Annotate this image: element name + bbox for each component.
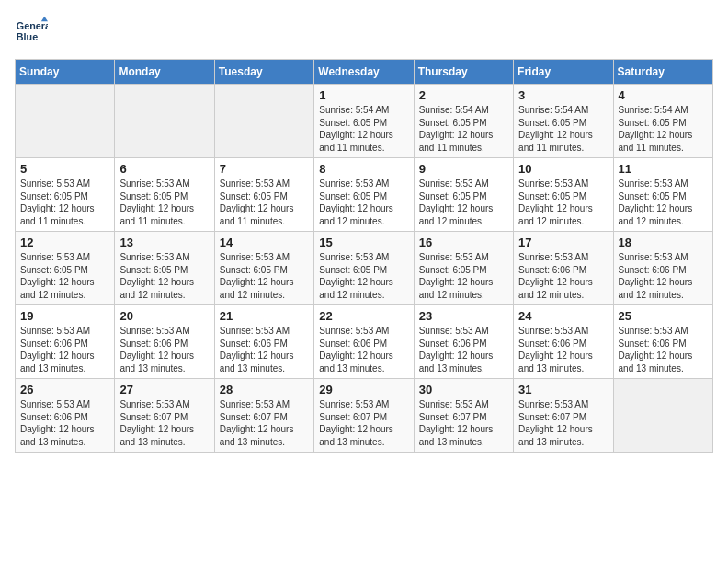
weekday-header: Friday [514, 60, 613, 85]
calendar-week-row: 1 Sunrise: 5:54 AMSunset: 6:05 PMDayligh… [16, 85, 713, 158]
logo-icon: General Blue [15, 15, 48, 48]
cell-info: Sunrise: 5:54 AMSunset: 6:05 PMDaylight:… [319, 105, 393, 153]
weekday-header: Tuesday [214, 60, 313, 85]
day-number: 2 [419, 88, 508, 102]
day-number: 4 [619, 88, 708, 102]
calendar-cell: 1 Sunrise: 5:54 AMSunset: 6:05 PMDayligh… [314, 85, 414, 158]
cell-info: Sunrise: 5:53 AMSunset: 6:06 PMDaylight:… [319, 326, 393, 373]
calendar-cell: 14 Sunrise: 5:53 AMSunset: 6:05 PMDaylig… [214, 232, 313, 305]
calendar-cell: 6 Sunrise: 5:53 AMSunset: 6:05 PMDayligh… [115, 158, 214, 232]
calendar-cell: 20 Sunrise: 5:53 AMSunset: 6:06 PMDaylig… [115, 305, 214, 379]
day-number: 29 [319, 383, 408, 396]
day-number: 11 [619, 162, 708, 176]
day-number: 17 [518, 236, 608, 249]
cell-info: Sunrise: 5:53 AMSunset: 6:05 PMDaylight:… [20, 252, 95, 300]
calendar-cell: 10 Sunrise: 5:53 AMSunset: 6:05 PMDaylig… [514, 158, 613, 232]
cell-info: Sunrise: 5:54 AMSunset: 6:05 PMDaylight:… [518, 105, 593, 153]
calendar-cell [214, 85, 313, 158]
day-number: 16 [419, 236, 508, 249]
calendar-cell: 18 Sunrise: 5:53 AMSunset: 6:06 PMDaylig… [613, 232, 712, 305]
day-number: 15 [319, 236, 408, 249]
day-number: 8 [319, 162, 408, 176]
logo: General Blue [15, 15, 53, 48]
day-number: 1 [319, 88, 408, 102]
calendar-cell: 12 Sunrise: 5:53 AMSunset: 6:05 PMDaylig… [16, 232, 115, 305]
day-number: 22 [319, 309, 408, 323]
calendar-cell: 15 Sunrise: 5:53 AMSunset: 6:05 PMDaylig… [314, 232, 414, 305]
calendar-week-row: 12 Sunrise: 5:53 AMSunset: 6:05 PMDaylig… [16, 232, 713, 305]
day-number: 13 [119, 236, 209, 249]
day-number: 19 [20, 309, 109, 323]
cell-info: Sunrise: 5:53 AMSunset: 6:05 PMDaylight:… [619, 178, 693, 226]
calendar-cell: 19 Sunrise: 5:53 AMSunset: 6:06 PMDaylig… [16, 305, 115, 379]
day-number: 25 [619, 309, 708, 323]
calendar-cell: 2 Sunrise: 5:54 AMSunset: 6:05 PMDayligh… [414, 85, 513, 158]
cell-info: Sunrise: 5:53 AMSunset: 6:05 PMDaylight:… [220, 252, 294, 300]
calendar-cell: 31 Sunrise: 5:53 AMSunset: 6:07 PMDaylig… [514, 379, 613, 453]
day-number: 30 [419, 383, 508, 396]
weekday-header: Monday [115, 60, 214, 85]
svg-text:General: General [17, 20, 48, 31]
cell-info: Sunrise: 5:53 AMSunset: 6:05 PMDaylight:… [220, 178, 294, 226]
day-number: 26 [20, 383, 109, 396]
cell-info: Sunrise: 5:53 AMSunset: 6:05 PMDaylight:… [20, 178, 95, 226]
cell-info: Sunrise: 5:53 AMSunset: 6:07 PMDaylight:… [220, 399, 294, 447]
calendar-cell: 8 Sunrise: 5:53 AMSunset: 6:05 PMDayligh… [314, 158, 414, 232]
calendar-cell: 22 Sunrise: 5:53 AMSunset: 6:06 PMDaylig… [314, 305, 414, 379]
day-number: 3 [518, 88, 608, 102]
cell-info: Sunrise: 5:53 AMSunset: 6:06 PMDaylight:… [220, 326, 294, 373]
calendar-cell: 27 Sunrise: 5:53 AMSunset: 6:07 PMDaylig… [115, 379, 214, 453]
weekday-header: Wednesday [314, 60, 414, 85]
cell-info: Sunrise: 5:53 AMSunset: 6:06 PMDaylight:… [518, 326, 593, 373]
weekday-header: Saturday [613, 60, 712, 85]
calendar-cell [16, 85, 115, 158]
calendar-cell: 9 Sunrise: 5:53 AMSunset: 6:05 PMDayligh… [414, 158, 513, 232]
calendar-cell: 16 Sunrise: 5:53 AMSunset: 6:05 PMDaylig… [414, 232, 513, 305]
cell-info: Sunrise: 5:54 AMSunset: 6:05 PMDaylight:… [619, 105, 693, 153]
svg-text:Blue: Blue [17, 31, 38, 42]
calendar-cell: 7 Sunrise: 5:53 AMSunset: 6:05 PMDayligh… [214, 158, 313, 232]
cell-info: Sunrise: 5:53 AMSunset: 6:06 PMDaylight:… [20, 326, 95, 373]
calendar-cell: 13 Sunrise: 5:53 AMSunset: 6:05 PMDaylig… [115, 232, 214, 305]
weekday-header-row: SundayMondayTuesdayWednesdayThursdayFrid… [16, 60, 713, 85]
cell-info: Sunrise: 5:53 AMSunset: 6:05 PMDaylight:… [119, 252, 194, 300]
cell-info: Sunrise: 5:53 AMSunset: 6:07 PMDaylight:… [419, 399, 494, 447]
calendar-week-row: 5 Sunrise: 5:53 AMSunset: 6:05 PMDayligh… [16, 158, 713, 232]
day-number: 9 [419, 162, 508, 176]
calendar-cell [115, 85, 214, 158]
day-number: 12 [20, 236, 109, 249]
cell-info: Sunrise: 5:53 AMSunset: 6:06 PMDaylight:… [518, 252, 593, 300]
weekday-header: Thursday [414, 60, 513, 85]
day-number: 18 [619, 236, 708, 249]
weekday-header: Sunday [16, 60, 115, 85]
cell-info: Sunrise: 5:53 AMSunset: 6:05 PMDaylight:… [518, 178, 593, 226]
cell-info: Sunrise: 5:54 AMSunset: 6:05 PMDaylight:… [419, 105, 494, 153]
calendar-cell: 25 Sunrise: 5:53 AMSunset: 6:06 PMDaylig… [613, 305, 712, 379]
calendar-cell: 26 Sunrise: 5:53 AMSunset: 6:06 PMDaylig… [16, 379, 115, 453]
day-number: 24 [518, 309, 608, 323]
cell-info: Sunrise: 5:53 AMSunset: 6:05 PMDaylight:… [319, 252, 393, 300]
cell-info: Sunrise: 5:53 AMSunset: 6:06 PMDaylight:… [119, 326, 194, 373]
cell-info: Sunrise: 5:53 AMSunset: 6:07 PMDaylight:… [119, 399, 194, 447]
day-number: 20 [119, 309, 209, 323]
calendar-cell: 23 Sunrise: 5:53 AMSunset: 6:06 PMDaylig… [414, 305, 513, 379]
cell-info: Sunrise: 5:53 AMSunset: 6:05 PMDaylight:… [419, 252, 494, 300]
cell-info: Sunrise: 5:53 AMSunset: 6:06 PMDaylight:… [619, 326, 693, 373]
calendar-week-row: 19 Sunrise: 5:53 AMSunset: 6:06 PMDaylig… [16, 305, 713, 379]
calendar-cell: 30 Sunrise: 5:53 AMSunset: 6:07 PMDaylig… [414, 379, 513, 453]
calendar-cell: 4 Sunrise: 5:54 AMSunset: 6:05 PMDayligh… [613, 85, 712, 158]
calendar-cell: 17 Sunrise: 5:53 AMSunset: 6:06 PMDaylig… [514, 232, 613, 305]
calendar-table: SundayMondayTuesdayWednesdayThursdayFrid… [15, 59, 713, 453]
calendar-cell: 24 Sunrise: 5:53 AMSunset: 6:06 PMDaylig… [514, 305, 613, 379]
day-number: 6 [119, 162, 209, 176]
day-number: 31 [518, 383, 608, 396]
calendar-cell: 28 Sunrise: 5:53 AMSunset: 6:07 PMDaylig… [214, 379, 313, 453]
calendar-cell: 11 Sunrise: 5:53 AMSunset: 6:05 PMDaylig… [613, 158, 712, 232]
day-number: 5 [20, 162, 109, 176]
calendar-cell [613, 379, 712, 453]
cell-info: Sunrise: 5:53 AMSunset: 6:06 PMDaylight:… [619, 252, 693, 300]
calendar-cell: 21 Sunrise: 5:53 AMSunset: 6:06 PMDaylig… [214, 305, 313, 379]
day-number: 27 [119, 383, 209, 396]
svg-marker-2 [41, 17, 48, 21]
cell-info: Sunrise: 5:53 AMSunset: 6:05 PMDaylight:… [419, 178, 494, 226]
